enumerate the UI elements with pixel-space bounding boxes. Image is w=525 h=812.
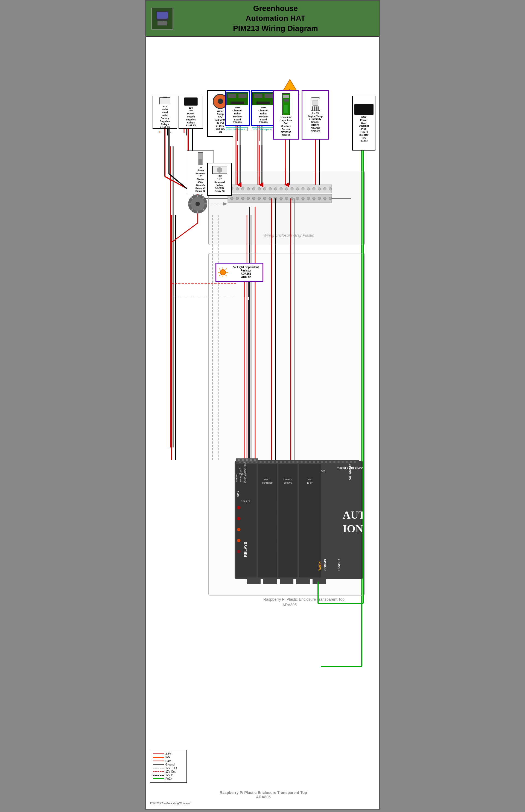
svg-text:3V3: 3V3 [321, 470, 325, 473]
legend-item-poe: PoE+ [153, 777, 184, 780]
svg-text:OUTPUT: OUTPUT [284, 478, 292, 481]
svg-point-190 [237, 506, 240, 509]
legend-line-12v-in [153, 775, 164, 775]
svg-point-93 [236, 187, 239, 190]
svg-line-135 [202, 197, 205, 199]
svg-point-62 [280, 461, 282, 463]
svg-point-192 [237, 528, 240, 531]
svg-point-54 [247, 461, 250, 463]
legend-label-12v-out-dash: 12V+ Out [165, 767, 177, 770]
legend-item-ground: Ground [153, 763, 184, 766]
svg-point-95 [247, 187, 250, 190]
svg-rect-30 [236, 463, 256, 578]
svg-point-73 [325, 461, 327, 463]
svg-rect-2 [157, 12, 168, 19]
svg-text:24V/2A MAX PER RELAY: 24V/2A MAX PER RELAY [244, 461, 246, 483]
svg-point-131 [188, 194, 207, 214]
power-supply-box: 12V3.0APowerSupplySuppliesRelays#1 #2 #3 [179, 96, 203, 129]
svg-rect-185 [263, 530, 277, 538]
svg-line-137 [202, 209, 205, 211]
svg-text:COMMS: COMMS [324, 559, 327, 570]
timestamp: 17.3.2019 The Groundhog Whisperer [150, 802, 191, 804]
svg-point-118 [263, 197, 266, 200]
svg-point-78 [346, 461, 348, 463]
svg-rect-51 [236, 460, 359, 464]
svg-point-123 [291, 197, 294, 200]
svg-point-56 [255, 461, 258, 463]
svg-point-100 [274, 187, 277, 190]
svg-line-139 [191, 209, 193, 211]
svg-point-77 [342, 461, 344, 463]
svg-text:ADC: ADC [308, 478, 312, 481]
svg-text:Wiring Enclosure Gray Plastic: Wiring Enclosure Gray Plastic [263, 233, 314, 237]
svg-rect-28 [235, 461, 363, 579]
svg-text:POWER: POWER [337, 560, 341, 571]
svg-point-66 [296, 461, 299, 463]
svg-point-98 [263, 187, 266, 190]
svg-point-102 [285, 187, 288, 190]
legend-label-12v-out: 12V Out [165, 770, 176, 773]
svg-rect-86 [209, 171, 364, 245]
svg-point-193 [237, 539, 240, 542]
svg-point-64 [288, 461, 290, 463]
svg-point-94 [241, 187, 244, 190]
svg-rect-91 [228, 185, 332, 193]
svg-text:INPUT: INPUT [264, 478, 271, 481]
moisture-sensor-box: 3.3 ~ 5.5VCapacitiveSoilMoistureSensorSE… [273, 90, 299, 140]
svg-point-200 [250, 459, 252, 461]
svg-point-205 [220, 270, 226, 275]
svg-point-58 [264, 461, 266, 463]
svg-text:BUFFERED: BUFFERED [262, 482, 273, 484]
svg-point-71 [317, 461, 319, 463]
diagram-area: AUTOMATION HAT RELAYS INPUT BUFFERED OUT… [146, 37, 380, 809]
svg-point-53 [243, 461, 245, 463]
svg-text:5V: 5V [239, 467, 241, 470]
svg-point-52 [239, 461, 241, 463]
svg-rect-186 [263, 543, 277, 551]
svg-point-112 [230, 197, 233, 200]
svg-point-96 [252, 187, 255, 190]
svg-point-106 [307, 187, 310, 190]
svg-line-211 [226, 275, 227, 276]
svg-point-97 [258, 187, 260, 190]
svg-point-201 [254, 459, 256, 461]
svg-point-75 [333, 461, 335, 463]
svg-point-72 [321, 461, 323, 463]
svg-point-65 [292, 461, 295, 463]
svg-point-122 [285, 197, 288, 200]
svg-text:IONHAT: IONHAT [343, 522, 380, 535]
svg-point-194 [237, 550, 240, 553]
svg-point-101 [280, 187, 283, 190]
svg-point-63 [284, 461, 286, 463]
svg-point-126 [307, 197, 310, 200]
svg-rect-38 [299, 463, 321, 578]
svg-point-68 [305, 461, 307, 463]
legend-label-data: Data [165, 759, 171, 763]
svg-point-198 [242, 459, 244, 461]
svg-point-124 [296, 197, 299, 200]
svg-point-79 [350, 461, 352, 463]
relay-module-2: TwoChannelRelayModuleBoardTS0619 [251, 90, 275, 126]
svg-rect-83 [280, 578, 294, 584]
svg-text:SINKING: SINKING [284, 482, 292, 484]
header-image [151, 8, 173, 30]
legend-line-data [153, 760, 164, 762]
svg-point-191 [237, 517, 240, 520]
solenoid-valve-box: 12V1/2"SolenoidValveADA997Relay #3 [207, 163, 232, 196]
svg-point-69 [309, 461, 311, 463]
svg-text:THE FLEXIBLE MONITOR & CONTROL: THE FLEXIBLE MONITOR & CONTROL HAT FOR S… [337, 467, 380, 470]
svg-text:5V TOLERANT: 5V TOLERANT [240, 468, 242, 482]
svg-point-127 [313, 197, 315, 200]
svg-rect-32 [258, 463, 277, 578]
svg-text:Raspberry Pi Plastic Enclosure: Raspberry Pi Plastic Enclosure Transpare… [263, 597, 345, 601]
svg-point-74 [329, 461, 331, 463]
svg-point-104 [296, 187, 299, 190]
legend-item-12v-in: 12V In [153, 774, 184, 777]
rpi-enclosure-label: Raspberry Pi Plastic Enclosure Transpare… [220, 791, 307, 799]
svg-point-113 [236, 197, 239, 200]
svg-text:12-BIT: 12-BIT [307, 482, 313, 484]
svg-point-128 [318, 197, 321, 200]
svg-point-57 [259, 461, 262, 463]
svg-point-129 [324, 197, 326, 200]
legend-line-poe [153, 778, 164, 779]
